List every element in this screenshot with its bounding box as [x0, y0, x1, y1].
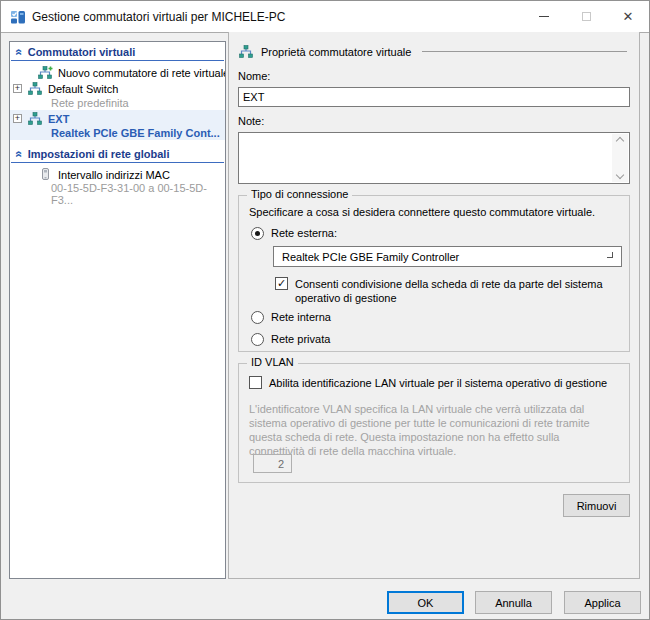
- minimize-icon: [539, 16, 549, 17]
- checkbox-unchecked-icon[interactable]: [249, 376, 262, 389]
- section-header-virtual-switches[interactable]: « Commutatori virtuali: [11, 42, 224, 61]
- switch-properties-pane: Proprietà commutatore virtuale Nome: Not…: [228, 32, 640, 579]
- expander-plus-icon[interactable]: +: [13, 114, 22, 123]
- notes-label: Note:: [238, 115, 264, 127]
- notes-scrollbar[interactable]: [612, 134, 628, 182]
- radio-label: Rete esterna:: [271, 227, 337, 239]
- checkbox-label: Consenti condivisione della scheda di re…: [295, 277, 629, 305]
- adapter-dropdown[interactable]: Realtek PCIe GBE Family Controller: [273, 246, 622, 267]
- enable-vlan-checkbox-row[interactable]: Abilita identificazione LAN virtuale per…: [249, 376, 607, 390]
- chevron-down-icon: [607, 252, 613, 258]
- name-input[interactable]: [238, 87, 630, 107]
- close-icon: ✕: [623, 9, 634, 24]
- name-label: Nome:: [238, 70, 270, 82]
- section-header-label: Impostazioni di rete globali: [28, 148, 170, 160]
- hyper-v-app-icon: [10, 9, 26, 25]
- mac-address-icon: [38, 168, 53, 181]
- title-bar: Gestione commutatori virtuali per MICHEL…: [1, 1, 649, 32]
- vlan-id-group: ID VLAN Abilita identificazione LAN virt…: [238, 363, 630, 483]
- switch-icon: [28, 112, 43, 125]
- sidebar-item-ext[interactable]: + EXT: [10, 110, 225, 126]
- collapse-chevron-icon: «: [14, 49, 24, 56]
- cancel-button[interactable]: Annulla: [475, 591, 552, 614]
- section-header-global-settings[interactable]: « Impostazioni di rete globali: [11, 144, 224, 163]
- sidebar-item-label: Default Switch: [48, 83, 118, 95]
- selected-switch-block: + EXT Realtek PCIe GBE Family Cont...: [10, 110, 225, 140]
- maximize-icon: [582, 12, 591, 21]
- new-switch-icon: [38, 66, 53, 79]
- sidebar-item-label: EXT: [48, 113, 69, 125]
- sidebar-item-label: Nuovo commutatore di rete virtuale: [58, 67, 226, 79]
- pane-header: Proprietà commutatore virtuale: [239, 45, 627, 58]
- header-rule: [422, 51, 627, 52]
- sidebar-item-mac-range[interactable]: Intervallo indirizzi MAC: [10, 166, 225, 182]
- radio-label: Rete interna: [271, 311, 331, 323]
- sidebar-item-sublabel: 00-15-5D-F3-31-00 a 00-15-5D-F3...: [10, 182, 225, 206]
- close-button[interactable]: ✕: [607, 1, 649, 32]
- switch-tree-panel: « Commutatori virtuali Nuovo commutatore…: [9, 41, 226, 579]
- checkbox-label: Abilita identificazione LAN virtuale per…: [269, 376, 607, 390]
- sidebar-item-sublabel: Realtek PCIe GBE Family Cont...: [10, 126, 225, 140]
- group-title: Tipo di connessione: [247, 188, 352, 200]
- radio-icon[interactable]: [251, 311, 264, 324]
- expander-plus-icon[interactable]: +: [13, 84, 22, 93]
- vlan-id-input: [253, 454, 292, 473]
- external-network-radio[interactable]: Rete esterna:: [251, 227, 337, 240]
- radio-selected-icon[interactable]: [251, 227, 264, 240]
- collapse-chevron-icon: «: [14, 151, 24, 158]
- radio-icon[interactable]: [251, 333, 264, 346]
- sidebar-item-new-switch[interactable]: Nuovo commutatore di rete virtuale: [10, 64, 225, 80]
- virtual-switch-manager-window: Gestione commutatori virtuali per MICHEL…: [0, 0, 650, 620]
- apply-button[interactable]: Applica: [564, 591, 641, 614]
- radio-label: Rete privata: [271, 333, 330, 345]
- connection-type-group: Tipo di connessione Specificare a cosa s…: [238, 195, 630, 352]
- pane-title: Proprietà commutatore virtuale: [261, 46, 411, 58]
- sidebar-item-default-switch[interactable]: + Default Switch: [10, 80, 225, 96]
- section-header-label: Commutatori virtuali: [28, 46, 136, 58]
- connection-description: Specificare a cosa si desidera connetter…: [249, 206, 595, 218]
- adapter-dropdown-value: Realtek PCIe GBE Family Controller: [282, 251, 607, 263]
- remove-button[interactable]: Rimuovi: [563, 494, 630, 517]
- window-title: Gestione commutatori virtuali per MICHEL…: [32, 10, 285, 24]
- minimize-button[interactable]: [523, 1, 565, 32]
- ok-button[interactable]: OK: [387, 591, 464, 614]
- checkbox-checked-icon[interactable]: ✓: [275, 277, 288, 290]
- vlan-description: L'identificatore VLAN specifica la LAN v…: [249, 402, 617, 458]
- switch-icon: [28, 82, 43, 95]
- group-title: ID VLAN: [247, 356, 298, 368]
- maximize-button: [565, 1, 607, 32]
- scroll-up-icon[interactable]: [616, 137, 624, 145]
- notes-textarea[interactable]: [238, 132, 630, 184]
- scroll-down-icon[interactable]: [616, 171, 624, 179]
- internal-network-radio[interactable]: Rete interna: [251, 311, 331, 324]
- sidebar-item-label: Intervallo indirizzi MAC: [58, 169, 170, 181]
- switch-icon: [239, 45, 254, 58]
- private-network-radio[interactable]: Rete privata: [251, 333, 330, 346]
- share-adapter-checkbox-row[interactable]: ✓ Consenti condivisione della scheda di …: [275, 277, 629, 305]
- sidebar-item-sublabel: Rete predefinita: [10, 96, 225, 110]
